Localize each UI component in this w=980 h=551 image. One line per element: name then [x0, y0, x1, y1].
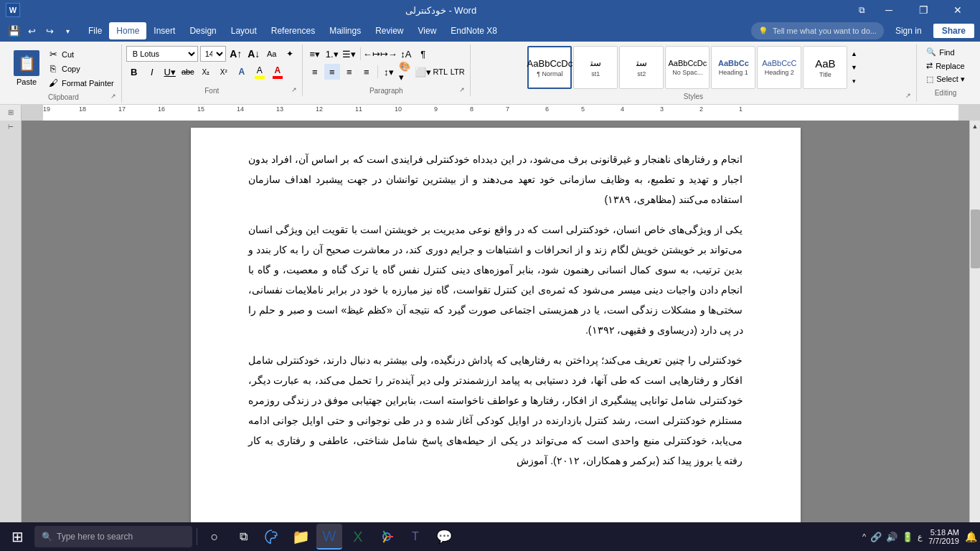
shrink-font-button[interactable]: A↓ [246, 46, 262, 62]
page[interactable]: انجام و رفتارهای ناهنجار و غیرقانونی برف… [191, 128, 801, 534]
multilevel-button[interactable]: ☰▾ [341, 46, 357, 62]
style-no-spacing[interactable]: AaBbCcDc No Spac... [665, 46, 710, 89]
menu-file[interactable]: File [81, 22, 109, 39]
text-effects-button[interactable]: A [234, 64, 250, 80]
excel-taskbar-icon[interactable]: X [345, 524, 371, 550]
minimize-button[interactable]: ─ [872, 0, 905, 20]
font-case-button[interactable]: Aa [264, 46, 280, 62]
scroll-track[interactable] [970, 131, 981, 523]
page-text[interactable]: انجام و رفتارهای ناهنجار و غیرقانونی برف… [248, 149, 743, 471]
decrease-indent-button[interactable]: ←↦ [364, 46, 380, 62]
menu-view[interactable]: View [411, 22, 444, 39]
restore-button[interactable]: ❐ [907, 0, 940, 20]
menu-mailings[interactable]: Mailings [322, 22, 368, 39]
superscript-button[interactable]: X² [216, 64, 232, 80]
menu-design[interactable]: Design [182, 22, 223, 39]
line-spacing-button[interactable]: ↕▾ [381, 64, 397, 80]
font-size-select[interactable]: 14 [200, 46, 226, 62]
word-taskbar-icon[interactable]: W [316, 524, 342, 550]
select-icon: ⬚ [926, 75, 933, 84]
styles-expand[interactable]: ▾ [849, 75, 859, 88]
sign-in-button[interactable]: Sign in [890, 24, 928, 37]
paragraph-1[interactable]: انجام و رفتارهای ناهنجار و غیرقانونی برف… [248, 149, 743, 209]
tell-me-input[interactable]: 💡 Tell me what you want to do... [751, 22, 884, 39]
menu-review[interactable]: Review [368, 22, 410, 39]
clock[interactable]: 5:18 AM 7/7/2019 [928, 528, 959, 545]
chat-icon[interactable]: 💬 [431, 524, 457, 550]
explorer-icon[interactable]: 📁 [288, 524, 314, 550]
paste-button[interactable]: 📋 Paste [10, 46, 43, 90]
bold-button[interactable]: B [126, 64, 142, 80]
start-button[interactable]: ⊞ [3, 522, 32, 551]
increase-indent-button[interactable]: ↦→ [381, 46, 397, 62]
style-heading1[interactable]: AaBbCc Heading 1 [711, 46, 755, 89]
numbering-button[interactable]: 1.▾ [324, 46, 340, 62]
show-marks-button[interactable]: ¶ [415, 46, 431, 62]
menu-references[interactable]: References [264, 22, 322, 39]
font-name-select[interactable]: B Lotus [126, 46, 198, 62]
horizontal-ruler: 19 18 17 16 15 14 13 12 11 10 9 8 7 6 5 … [22, 105, 980, 121]
highlight-button[interactable]: A [252, 64, 268, 80]
align-right-button[interactable]: ≡ [341, 64, 357, 80]
style-normal[interactable]: AaBbCcDc ¶ Normal [527, 46, 572, 89]
menu-home[interactable]: Home [109, 22, 146, 39]
italic-button[interactable]: I [144, 64, 160, 80]
style-heading2[interactable]: AaBbCcC Heading 2 [757, 46, 801, 89]
ruler-corner[interactable]: ⊞ [0, 105, 22, 121]
undo-quick-btn[interactable]: ↩ [24, 23, 39, 39]
cortana-icon[interactable]: ○ [202, 524, 227, 550]
cut-button[interactable]: ✂ Cut [44, 47, 117, 61]
clear-formatting-button[interactable]: ✦ [282, 46, 298, 62]
underline-button[interactable]: U▾ [162, 64, 178, 80]
styles-scroll-down[interactable]: ▼ [849, 61, 859, 74]
task-view-icon[interactable]: ⧉ [230, 524, 256, 550]
align-center-button[interactable]: ≡ [324, 64, 340, 80]
vertical-scrollbar[interactable]: ▲ ▼ [969, 121, 980, 534]
copy-button[interactable]: ⎘ Copy [44, 62, 117, 75]
format-painter-button[interactable]: 🖌 Format Painter [44, 76, 117, 90]
style-st2[interactable]: ﺳﺘ st2 [619, 46, 664, 89]
menu-layout[interactable]: Layout [224, 22, 264, 39]
style-title[interactable]: AaB Title [803, 46, 847, 89]
save-quick-btn[interactable]: 💾 [6, 23, 22, 39]
close-button[interactable]: ✕ [941, 0, 974, 20]
menu-insert[interactable]: Insert [146, 22, 182, 39]
taskbar-search[interactable]: 🔍 Type here to search [34, 526, 192, 547]
scroll-thumb[interactable] [971, 209, 980, 268]
justify-button[interactable]: ≡ [359, 64, 374, 80]
scroll-up-button[interactable]: ▲ [970, 121, 981, 131]
find-button[interactable]: 🔍 Find [922, 46, 969, 58]
align-left-button[interactable]: ≡ [307, 64, 323, 80]
styles-scroll-up[interactable]: ▲ [849, 47, 859, 60]
chrome-icon[interactable] [374, 524, 400, 550]
shading-button[interactable]: 🎨▾ [398, 64, 414, 80]
ltr-rtl-button[interactable]: LTR [450, 64, 466, 80]
document-content[interactable]: انجام و رفتارهای ناهنجار و غیرقانونی برف… [22, 121, 969, 534]
styles-expand-btn[interactable]: ↗ [903, 90, 913, 100]
strikethrough-button[interactable]: abc [180, 64, 196, 80]
edge-icon[interactable] [259, 524, 285, 550]
menu-endnote[interactable]: EndNote X8 [443, 22, 504, 39]
bullets-button[interactable]: ≡▾ [307, 46, 323, 62]
style-st1[interactable]: ﺳﺘ st1 [573, 46, 618, 89]
chevron-icon[interactable]: ^ [862, 532, 866, 541]
paragraph-expand-btn[interactable]: ↗ [457, 85, 467, 95]
clipboard-expand-btn[interactable]: ↗ [108, 91, 118, 101]
borders-button[interactable]: ⬜▾ [415, 64, 431, 80]
notification-icon[interactable]: 🔔 [965, 531, 977, 542]
grow-font-button[interactable]: A↑ [228, 46, 244, 62]
replace-button[interactable]: ⇄ Replace [922, 60, 969, 72]
redo-quick-btn[interactable]: ↪ [42, 23, 57, 39]
share-button[interactable]: Share [933, 24, 974, 38]
rtl-ltr-button[interactable]: RTL [433, 64, 448, 80]
volume-icon[interactable]: 🔊 [886, 532, 897, 542]
teams-icon[interactable]: T [402, 524, 428, 550]
sort-button[interactable]: ↕A [398, 46, 414, 62]
paragraph-2[interactable]: یکی از ویژگی‌های خاص انسان، خودکنترلی اس… [248, 220, 743, 340]
select-button[interactable]: ⬚ Select ▾ [922, 73, 969, 85]
subscript-button[interactable]: X₂ [198, 64, 214, 80]
font-color-button[interactable]: A [270, 64, 286, 80]
customize-quick-btn[interactable]: ▾ [60, 23, 75, 39]
paragraph-3[interactable]: خودکنترلی را چنین تعریف می‌کند؛ پرداختن … [248, 350, 743, 471]
font-expand-btn[interactable]: ↗ [289, 85, 299, 95]
